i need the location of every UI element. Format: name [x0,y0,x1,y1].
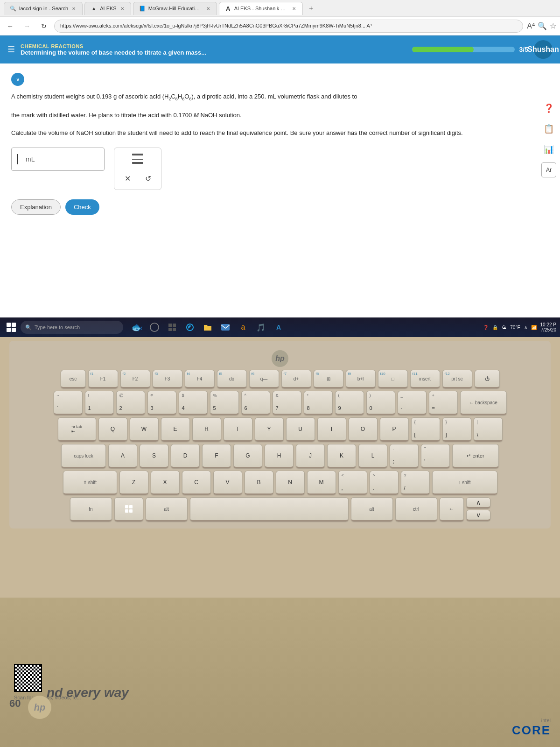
table-icon[interactable]: 📋 [541,121,556,136]
key-alt-right[interactable]: alt [351,497,393,521]
key-shift-left[interactable]: ⇧ shift [63,471,117,495]
taskbar-vpn-icon[interactable]: 🔒 [492,325,498,330]
key-b[interactable]: B [245,471,273,495]
key-i[interactable]: I [317,417,346,442]
taskbar-clock[interactable]: 10:22 P 7/25/20 [540,322,556,332]
tab-search[interactable]: 🔍 laccd sign in - Search ✕ [4,2,83,15]
key-f4[interactable]: F4f4 [185,370,215,388]
key-f9[interactable]: b+lf9 [346,370,376,388]
tab-aleks[interactable]: ▲ ALEKS ✕ [84,2,131,15]
reload-button[interactable]: ↻ [37,20,50,33]
key-w[interactable]: W [130,417,159,442]
key-equals[interactable]: += [429,391,458,415]
key-a[interactable]: A [108,444,137,468]
key-f2[interactable]: F2f2 [120,370,150,388]
taskbar-circle-icon[interactable] [147,319,162,335]
taskbar-wifi-icon[interactable]: 📶 [531,325,537,330]
key-n[interactable]: N [276,471,305,495]
key-f8[interactable]: ⊞f8 [314,370,343,388]
key-u[interactable]: U [286,417,315,442]
key-f10[interactable]: □f10 [378,370,408,388]
tab-aleks-active-close[interactable]: ✕ [291,5,297,12]
key-x[interactable]: X [151,471,180,495]
key-f5[interactable]: dof5 [217,370,247,388]
start-button[interactable] [4,320,19,335]
tab-mcgraw-close[interactable]: ✕ [205,5,211,12]
taskbar-fish-icon[interactable]: 🐟 [129,319,145,335]
key-4[interactable]: $4 [179,391,208,415]
taskbar-folder-icon[interactable] [200,319,216,335]
key-f7[interactable]: d+f7 [281,370,311,388]
key-left-arrow[interactable]: ← [440,497,464,521]
key-space[interactable] [190,497,349,521]
key-t[interactable]: T [224,417,252,442]
key-s[interactable]: S [140,444,168,468]
key-f6[interactable]: q—f6 [249,370,279,388]
reader-mode-icon[interactable]: A⁴ [527,21,535,30]
key-2[interactable]: @2 [116,391,145,415]
key-power[interactable]: ⏻ [475,370,500,388]
key-m[interactable]: M [307,471,336,495]
taskbar-music-icon[interactable]: 🎵 [253,319,269,335]
taskbar-weather-icon[interactable]: 🌤 [502,325,506,330]
key-f12[interactable]: prt scf12 [442,370,472,388]
key-7[interactable]: &7 [273,391,301,415]
key-z[interactable]: Z [119,471,148,495]
key-period[interactable]: >. [370,471,399,495]
key-backspace[interactable]: ← backspace [460,391,507,415]
taskbar-search[interactable]: 🔍 Type here to search [21,321,123,334]
key-l[interactable]: L [358,444,387,468]
key-backslash[interactable]: |\ [474,417,503,442]
tab-search-close[interactable]: ✕ [71,5,77,12]
ar-icon[interactable]: Ar [541,162,556,177]
user-avatar[interactable]: Shushan [534,40,553,59]
key-enter[interactable]: ↵ enter [452,444,499,468]
key-comma[interactable]: <, [338,471,367,495]
key-tab[interactable]: ⇥ tab⇤ [58,417,96,442]
fraction-symbol[interactable] [130,153,145,168]
key-k[interactable]: K [327,444,356,468]
forward-button[interactable]: → [21,20,34,33]
taskbar-amazon-icon[interactable]: a [235,319,251,335]
key-quote[interactable]: "' [421,444,450,468]
key-f1[interactable]: F1f1 [88,370,118,388]
tab-aleks-close[interactable]: ✕ [119,5,125,12]
key-win[interactable] [114,497,143,521]
key-fn[interactable]: fn [70,497,112,521]
chart-icon[interactable]: 📊 [541,142,556,157]
search-icon[interactable]: 🔍 [538,21,547,30]
answer-input-box[interactable]: mL [11,148,105,171]
key-j[interactable]: J [296,444,325,468]
key-ctrl-right[interactable]: ctrl [395,497,437,521]
key-0[interactable]: )0 [366,391,395,415]
key-p[interactable]: P [380,417,409,442]
key-minus[interactable]: _- [398,391,427,415]
key-y[interactable]: Y [255,417,284,442]
taskbar-grid-icon[interactable] [164,319,180,335]
taskbar-edge-icon[interactable] [182,319,198,335]
key-6[interactable]: ^6 [241,391,270,415]
key-3[interactable]: #3 [147,391,176,415]
taskbar-mail-icon[interactable] [217,319,233,335]
key-f3[interactable]: F3f3 [153,370,182,388]
explanation-button[interactable]: Explanation [11,199,61,215]
key-o[interactable]: O [349,417,378,442]
key-h[interactable]: H [265,444,294,468]
key-semicolon[interactable]: :; [390,444,419,468]
key-capslock[interactable]: caps lock [61,444,106,468]
key-esc[interactable]: esc [61,370,86,388]
taskbar-help-icon[interactable]: ❓ [483,325,489,330]
menu-icon[interactable]: ☰ [7,44,15,55]
check-button[interactable]: Check [65,199,99,215]
star-icon[interactable]: ☆ [550,21,556,30]
clear-button[interactable]: ✕ [121,172,134,185]
tab-mcgraw[interactable]: 📘 McGraw-Hill Education Campus ✕ [133,2,217,15]
key-f[interactable]: F [202,444,231,468]
key-8[interactable]: *8 [304,391,333,415]
taskbar-chevron-up[interactable]: ∧ [524,325,527,330]
key-f11[interactable]: insertf11 [410,370,440,388]
address-input[interactable] [54,20,523,33]
key-shift-right[interactable]: ↑ shift [432,471,497,495]
key-r[interactable]: R [192,417,221,442]
key-lbracket[interactable]: {[ [411,417,440,442]
